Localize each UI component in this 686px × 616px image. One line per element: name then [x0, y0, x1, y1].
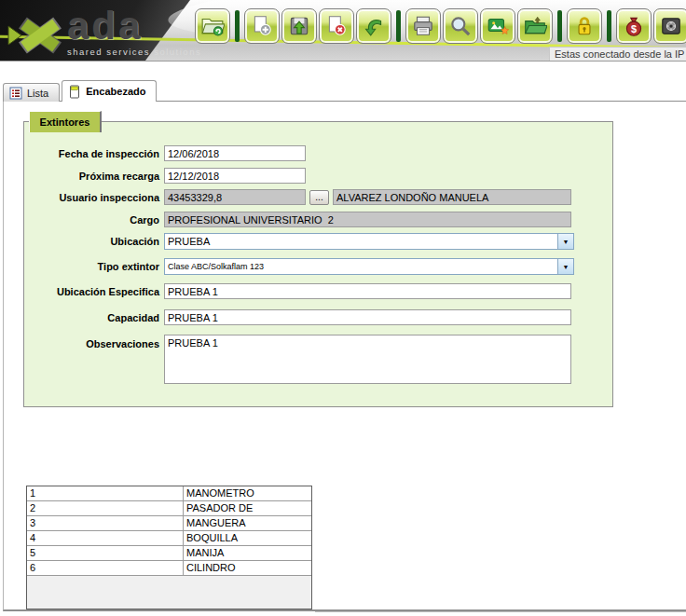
dropdown-option[interactable]: 3 MANGUERA [27, 516, 311, 531]
logo-x-mark-icon [6, 13, 63, 58]
dropdown-option[interactable]: 4 BOQUILLA [27, 531, 311, 546]
save-icon [287, 14, 311, 38]
open-button[interactable] [195, 8, 230, 44]
panel-title-extintores: Extintores [29, 111, 102, 132]
padlock-icon [572, 14, 597, 38]
dropdown-option-name: MANIJA [184, 546, 311, 561]
dropdown-option-id: 3 [27, 516, 184, 531]
money-bag-icon: $ [622, 14, 646, 38]
dropdown-option-name: CILINDRO [184, 561, 311, 576]
finance-button[interactable]: $ [616, 8, 652, 44]
tab-encabezado-label: Encabezado [86, 86, 145, 97]
toolbar-separator [557, 10, 562, 42]
observaciones-label: Observaciones [26, 337, 159, 350]
upload-folder-button[interactable] [517, 8, 553, 44]
svg-text:$: $ [631, 23, 637, 34]
dropdown-option-name: MANGUERA [184, 516, 311, 531]
usuario-inspecciona-label: Usuario inspecciona [26, 191, 159, 204]
safe-icon [659, 14, 683, 38]
dropdown-option[interactable]: 1 MANOMETRO [27, 486, 311, 501]
fecha-inspeccion-input[interactable] [164, 145, 306, 161]
list-icon [9, 87, 22, 100]
undo-button[interactable] [356, 8, 391, 44]
proxima-recarga-label: Próxima recarga [26, 170, 159, 183]
dropdown-option[interactable]: 5 MANIJA [27, 546, 311, 561]
capacidad-label: Capacidad [26, 311, 159, 324]
undo-icon [362, 14, 386, 38]
cargo-label: Cargo [26, 213, 159, 226]
capacidad-input[interactable] [164, 309, 571, 325]
usuario-browse-button[interactable]: ... [309, 190, 329, 205]
magnifier-icon [448, 14, 473, 38]
logo-tagline: shared services solutions [67, 47, 201, 57]
extintores-form-panel: Fecha de inspección Próxima recarga Usua… [23, 121, 613, 407]
tab-bar: Lista Encabezado [3, 79, 157, 102]
preview-button[interactable] [443, 8, 478, 44]
print-button[interactable] [405, 8, 441, 44]
tipo-extintor-combo-value: Clase ABC/Solkaflam 123 [165, 260, 557, 274]
document-icon [68, 85, 81, 99]
logo-name: ada [67, 7, 201, 45]
safe-button[interactable] [653, 8, 686, 44]
dropdown-option-id: 4 [27, 531, 184, 546]
dropdown-option-id: 6 [27, 561, 184, 576]
connection-status: Estas conectado desde la IP [549, 47, 686, 62]
app-window: ada shared services solutions [0, 0, 686, 616]
tab-encabezado[interactable]: Encabezado [62, 80, 157, 102]
dropdown-option-name: BOQUILLA [184, 531, 311, 546]
tab-lista-label: Lista [27, 88, 48, 99]
delete-button[interactable] [319, 8, 354, 44]
export-image-button[interactable] [480, 8, 515, 44]
usuario-nombre-input[interactable] [333, 189, 571, 205]
image-export-icon [486, 14, 510, 38]
usuario-id-input[interactable] [164, 189, 306, 205]
toolbar-separator [396, 10, 401, 42]
ubicacion-label: Ubicación [26, 235, 159, 248]
folder-open-icon [200, 14, 225, 38]
fecha-inspeccion-label: Fecha de inspección [26, 147, 159, 160]
dropdown-option-id: 2 [27, 501, 184, 516]
folder-upload-icon [523, 14, 547, 38]
chevron-down-icon[interactable]: ▼ [557, 234, 573, 249]
dropdown-option-id: 5 [27, 546, 184, 561]
tipo-extintor-label: Tipo extintor [26, 260, 159, 273]
ubicacion-combo-value: PRUEBA [165, 235, 557, 249]
tab-lista[interactable]: Lista [3, 83, 60, 102]
app-logo: ada shared services solutions [6, 7, 201, 58]
dropdown-option-id: 1 [27, 486, 184, 501]
logo-text: ada shared services solutions [67, 7, 201, 57]
ubicacion-especifica-input[interactable] [164, 283, 571, 299]
ubicacion-especifica-label: Ubicación Especifica [26, 285, 159, 298]
new-document-icon [250, 14, 274, 38]
dropdown-option[interactable]: 6 CILINDRO [27, 561, 311, 576]
chevron-down-icon[interactable]: ▼ [557, 259, 573, 274]
proxima-recarga-input[interactable] [164, 168, 306, 184]
codigo-extintor-dropdown-list: 1 MANOMETRO 2 PASADOR DE SEGURIDAD 3 MAN… [26, 486, 312, 609]
cargo-input[interactable] [164, 212, 571, 227]
toolbar-separator [235, 10, 240, 42]
ubicacion-combo[interactable]: PRUEBA ▼ [164, 233, 574, 250]
toolbar-separator [607, 10, 611, 42]
toolbar: $ [194, 8, 686, 44]
new-button[interactable] [244, 8, 280, 44]
dropdown-option-name: PASADOR DE SEGURIDAD [184, 501, 311, 516]
printer-icon [411, 14, 435, 38]
observaciones-textarea[interactable]: PRUEBA 1 [164, 335, 571, 384]
delete-icon [324, 14, 349, 38]
lock-button[interactable] [567, 8, 602, 44]
dropdown-option-name: MANOMETRO [184, 486, 311, 501]
dropdown-option[interactable]: 2 PASADOR DE SEGURIDAD [27, 501, 311, 516]
save-button[interactable] [281, 8, 317, 44]
tipo-extintor-combo[interactable]: Clase ABC/Solkaflam 123 ▼ [164, 258, 574, 275]
app-banner: ada shared services solutions [0, 0, 686, 62]
